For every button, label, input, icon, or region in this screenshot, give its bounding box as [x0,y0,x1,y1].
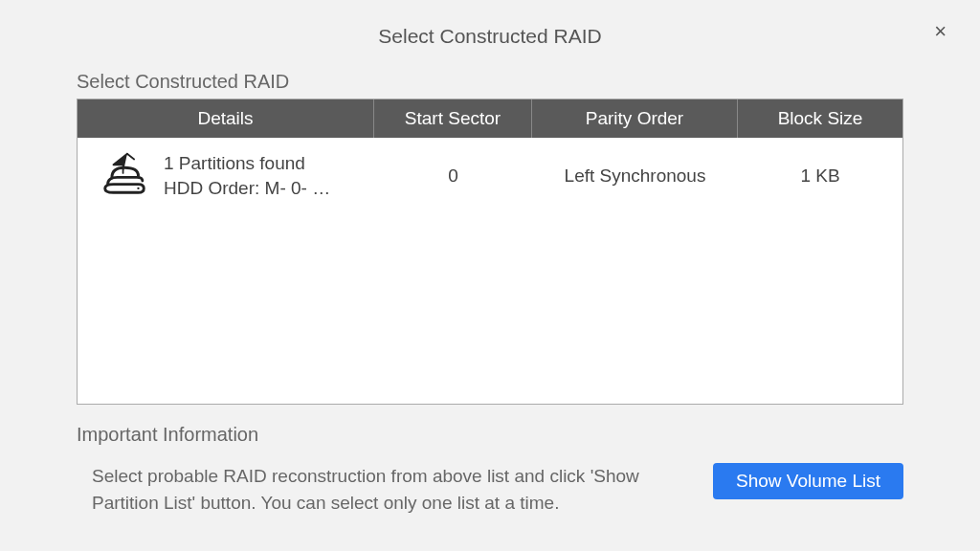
raid-drive-icon [97,145,152,206]
cell-start-sector: 0 [374,158,532,194]
col-header-parity-order[interactable]: Parity Order [532,99,738,138]
col-header-details[interactable]: Details [78,99,374,138]
raid-table: Details Start Sector Parity Order Block … [77,99,903,405]
details-text: 1 Partitions found HDD Order: M- 0- … [164,151,330,200]
important-info-section: Important Information Select probable RA… [77,424,903,516]
svg-point-0 [137,187,139,189]
col-header-start-sector[interactable]: Start Sector [374,99,532,138]
show-volume-list-button[interactable]: Show Volume List [713,463,903,499]
partitions-found-label: 1 Partitions found [164,151,330,176]
dialog-title: Select Constructed RAID [378,25,601,48]
col-header-block-size[interactable]: Block Size [738,99,902,138]
important-info-heading: Important Information [77,424,903,446]
cell-details: 1 Partitions found HDD Order: M- 0- … [78,138,374,213]
important-info-text: Select probable RAID reconstruction from… [92,463,685,516]
close-button[interactable]: × [934,21,947,42]
table-body: 1 Partitions found HDD Order: M- 0- … 0 … [78,138,902,404]
table-row[interactable]: 1 Partitions found HDD Order: M- 0- … 0 … [78,138,902,213]
dialog-titlebar: Select Constructed RAID × [77,19,903,54]
hdd-order-label: HDD Order: M- 0- … [164,176,330,201]
close-icon: × [934,19,947,43]
table-header: Details Start Sector Parity Order Block … [78,99,902,138]
info-row: Select probable RAID reconstruction from… [77,463,903,516]
cell-block-size: 1 KB [738,158,902,194]
section-label: Select Constructed RAID [77,71,903,93]
cell-parity-order: Left Synchronous [532,158,738,194]
select-raid-dialog: Select Constructed RAID × Select Constru… [0,0,980,551]
